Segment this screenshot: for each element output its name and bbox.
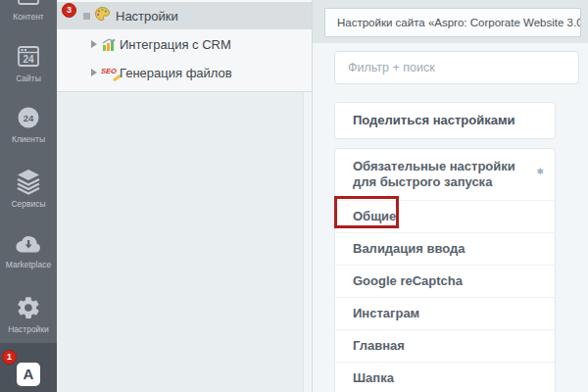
tree-item-settings[interactable]: 3 Настройки [57, 2, 312, 29]
monitor-icon [16, 0, 41, 6]
tree-item-file-generation[interactable]: SEO Генерация файлов [57, 59, 312, 86]
sidebar-item-label: Сайты [0, 74, 57, 83]
section-item-instagram[interactable]: Инстаграм [335, 297, 555, 329]
sidebar-item-label: Контент [0, 12, 57, 22]
section-item-main-page[interactable]: Главная [335, 329, 555, 362]
tree-item-label: Интеграция с CRM [120, 37, 231, 52]
expand-arrow-icon[interactable] [91, 40, 97, 48]
section-item-google-recaptcha[interactable]: Google reCaptcha [335, 265, 555, 297]
app-sidebar: Контент 24 Сайты 24 Клиенты [0, 0, 57, 392]
sidebar-item-label: Настройки [0, 324, 57, 334]
expand-arrow-icon[interactable] [91, 69, 97, 76]
layers-icon [15, 168, 42, 195]
tree-item-crm-integration[interactable]: Интеграция с CRM [57, 30, 312, 58]
bitrix-admin-app: Контент 24 Сайты 24 Клиенты [0, 0, 588, 392]
sidebar-item-marketplace[interactable]: Marketplace [0, 233, 57, 269]
menu-empty-area [57, 92, 312, 392]
sidebar-item-content[interactable]: Контент [0, 0, 57, 20]
svg-text:24: 24 [24, 113, 34, 123]
chart-icon [101, 36, 117, 52]
sidebar-item-settings[interactable]: Настройки [0, 295, 57, 334]
palette-icon [94, 6, 111, 23]
notification-badge: 1 [2, 350, 17, 365]
tree-item-label: Генерация файлов [120, 66, 232, 80]
sidebar-item-sites[interactable]: 24 Сайты [0, 44, 57, 83]
tree-item-label: Настройки [116, 9, 178, 24]
sidebar-item-services[interactable]: Сервисы [0, 168, 57, 209]
gear-icon [16, 295, 41, 320]
star-icon: ✱ [536, 164, 544, 179]
sidebar-item-aspro-app[interactable]: 1 A [0, 343, 57, 392]
settings-tab[interactable]: Настройки сайта «Aspro: Corporate Websit… [324, 8, 581, 37]
menu-tree-panel: 3 Настройки Интеграция с CRM [57, 0, 312, 392]
sidebar-item-label: Сервисы [0, 199, 57, 209]
clients-24-icon: 24 [16, 105, 41, 130]
cloud-download-icon [15, 233, 42, 255]
aspro-app-icon: A [17, 363, 40, 386]
settings-sections-card: Обязательные настройки для быстрого запу… [334, 148, 556, 392]
svg-text:24: 24 [23, 54, 34, 65]
scrollbar-track[interactable] [303, 92, 312, 392]
section-item-input-validation[interactable]: Валидация ввода [335, 232, 555, 265]
section-item-required-settings[interactable]: Обязательные настройки для быстрого запу… [335, 149, 555, 200]
site-settings-panel: Настройки сайта «Aspro: Corporate Websit… [312, 0, 588, 392]
share-settings-button[interactable]: Поделиться настройками [334, 102, 556, 139]
sidebar-item-label: Клиенты [0, 134, 57, 144]
seo-icon: SEO [101, 67, 121, 79]
collapse-icon[interactable] [83, 13, 90, 20]
sidebar-item-label: Marketplace [0, 260, 57, 270]
filter-search-input[interactable] [334, 51, 579, 84]
section-item-header[interactable]: Шапка [335, 362, 555, 392]
sites-window-24-icon: 24 [16, 44, 41, 70]
settings-sections-list: Обязательные настройки для быстрого запу… [335, 149, 555, 392]
sidebar-item-clients[interactable]: 24 Клиенты [0, 105, 57, 144]
section-item-general[interactable]: Общие [335, 200, 555, 232]
notification-badge: 3 [62, 3, 76, 18]
